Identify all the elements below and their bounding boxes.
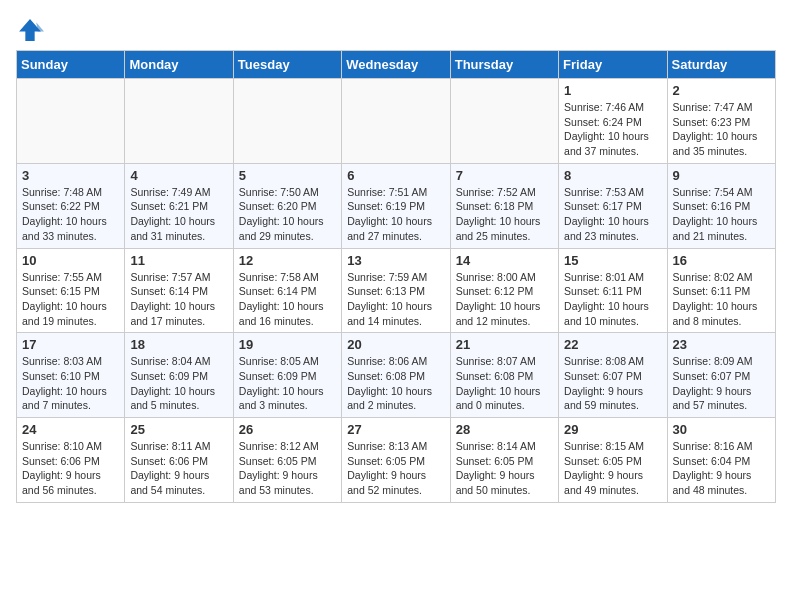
day-info: Sunrise: 7:50 AM Sunset: 6:20 PM Dayligh… <box>239 185 336 244</box>
day-number: 4 <box>130 168 227 183</box>
day-number: 10 <box>22 253 119 268</box>
calendar-cell: 25Sunrise: 8:11 AM Sunset: 6:06 PM Dayli… <box>125 418 233 503</box>
calendar-cell: 29Sunrise: 8:15 AM Sunset: 6:05 PM Dayli… <box>559 418 667 503</box>
calendar-table: SundayMondayTuesdayWednesdayThursdayFrid… <box>16 50 776 503</box>
day-info: Sunrise: 7:59 AM Sunset: 6:13 PM Dayligh… <box>347 270 444 329</box>
day-info: Sunrise: 8:06 AM Sunset: 6:08 PM Dayligh… <box>347 354 444 413</box>
day-info: Sunrise: 8:13 AM Sunset: 6:05 PM Dayligh… <box>347 439 444 498</box>
header <box>16 16 776 44</box>
calendar-cell: 6Sunrise: 7:51 AM Sunset: 6:19 PM Daylig… <box>342 163 450 248</box>
day-number: 15 <box>564 253 661 268</box>
day-number: 16 <box>673 253 770 268</box>
calendar-cell <box>17 79 125 164</box>
calendar-cell: 4Sunrise: 7:49 AM Sunset: 6:21 PM Daylig… <box>125 163 233 248</box>
day-number: 19 <box>239 337 336 352</box>
day-number: 14 <box>456 253 553 268</box>
day-info: Sunrise: 8:10 AM Sunset: 6:06 PM Dayligh… <box>22 439 119 498</box>
day-number: 20 <box>347 337 444 352</box>
calendar-cell <box>342 79 450 164</box>
logo-icon <box>16 16 44 44</box>
day-number: 28 <box>456 422 553 437</box>
calendar-cell: 9Sunrise: 7:54 AM Sunset: 6:16 PM Daylig… <box>667 163 775 248</box>
day-info: Sunrise: 8:12 AM Sunset: 6:05 PM Dayligh… <box>239 439 336 498</box>
calendar-cell: 22Sunrise: 8:08 AM Sunset: 6:07 PM Dayli… <box>559 333 667 418</box>
day-info: Sunrise: 7:46 AM Sunset: 6:24 PM Dayligh… <box>564 100 661 159</box>
calendar-cell <box>125 79 233 164</box>
weekday-header-thursday: Thursday <box>450 51 558 79</box>
day-info: Sunrise: 8:00 AM Sunset: 6:12 PM Dayligh… <box>456 270 553 329</box>
calendar-cell: 30Sunrise: 8:16 AM Sunset: 6:04 PM Dayli… <box>667 418 775 503</box>
day-info: Sunrise: 7:53 AM Sunset: 6:17 PM Dayligh… <box>564 185 661 244</box>
day-number: 17 <box>22 337 119 352</box>
day-info: Sunrise: 7:51 AM Sunset: 6:19 PM Dayligh… <box>347 185 444 244</box>
calendar-week-3: 10Sunrise: 7:55 AM Sunset: 6:15 PM Dayli… <box>17 248 776 333</box>
day-number: 8 <box>564 168 661 183</box>
calendar-week-4: 17Sunrise: 8:03 AM Sunset: 6:10 PM Dayli… <box>17 333 776 418</box>
day-info: Sunrise: 8:07 AM Sunset: 6:08 PM Dayligh… <box>456 354 553 413</box>
day-number: 24 <box>22 422 119 437</box>
day-info: Sunrise: 8:15 AM Sunset: 6:05 PM Dayligh… <box>564 439 661 498</box>
weekday-header-sunday: Sunday <box>17 51 125 79</box>
weekday-header-wednesday: Wednesday <box>342 51 450 79</box>
day-number: 27 <box>347 422 444 437</box>
calendar-cell: 28Sunrise: 8:14 AM Sunset: 6:05 PM Dayli… <box>450 418 558 503</box>
day-info: Sunrise: 7:54 AM Sunset: 6:16 PM Dayligh… <box>673 185 770 244</box>
day-number: 3 <box>22 168 119 183</box>
day-number: 23 <box>673 337 770 352</box>
calendar-cell: 19Sunrise: 8:05 AM Sunset: 6:09 PM Dayli… <box>233 333 341 418</box>
day-number: 6 <box>347 168 444 183</box>
calendar-cell: 27Sunrise: 8:13 AM Sunset: 6:05 PM Dayli… <box>342 418 450 503</box>
calendar-cell: 24Sunrise: 8:10 AM Sunset: 6:06 PM Dayli… <box>17 418 125 503</box>
day-number: 26 <box>239 422 336 437</box>
day-number: 18 <box>130 337 227 352</box>
calendar-cell: 16Sunrise: 8:02 AM Sunset: 6:11 PM Dayli… <box>667 248 775 333</box>
calendar-cell: 10Sunrise: 7:55 AM Sunset: 6:15 PM Dayli… <box>17 248 125 333</box>
day-info: Sunrise: 8:14 AM Sunset: 6:05 PM Dayligh… <box>456 439 553 498</box>
calendar-cell: 3Sunrise: 7:48 AM Sunset: 6:22 PM Daylig… <box>17 163 125 248</box>
weekday-header-saturday: Saturday <box>667 51 775 79</box>
calendar-header-row: SundayMondayTuesdayWednesdayThursdayFrid… <box>17 51 776 79</box>
calendar-cell: 18Sunrise: 8:04 AM Sunset: 6:09 PM Dayli… <box>125 333 233 418</box>
day-number: 1 <box>564 83 661 98</box>
calendar-cell: 11Sunrise: 7:57 AM Sunset: 6:14 PM Dayli… <box>125 248 233 333</box>
day-number: 22 <box>564 337 661 352</box>
day-number: 7 <box>456 168 553 183</box>
calendar-cell: 2Sunrise: 7:47 AM Sunset: 6:23 PM Daylig… <box>667 79 775 164</box>
day-number: 12 <box>239 253 336 268</box>
day-info: Sunrise: 7:47 AM Sunset: 6:23 PM Dayligh… <box>673 100 770 159</box>
day-number: 30 <box>673 422 770 437</box>
day-info: Sunrise: 7:48 AM Sunset: 6:22 PM Dayligh… <box>22 185 119 244</box>
calendar-cell <box>450 79 558 164</box>
calendar-cell: 26Sunrise: 8:12 AM Sunset: 6:05 PM Dayli… <box>233 418 341 503</box>
day-info: Sunrise: 7:58 AM Sunset: 6:14 PM Dayligh… <box>239 270 336 329</box>
day-number: 11 <box>130 253 227 268</box>
calendar-week-2: 3Sunrise: 7:48 AM Sunset: 6:22 PM Daylig… <box>17 163 776 248</box>
calendar-cell: 7Sunrise: 7:52 AM Sunset: 6:18 PM Daylig… <box>450 163 558 248</box>
day-info: Sunrise: 8:05 AM Sunset: 6:09 PM Dayligh… <box>239 354 336 413</box>
calendar-cell: 8Sunrise: 7:53 AM Sunset: 6:17 PM Daylig… <box>559 163 667 248</box>
weekday-header-tuesday: Tuesday <box>233 51 341 79</box>
day-info: Sunrise: 7:55 AM Sunset: 6:15 PM Dayligh… <box>22 270 119 329</box>
day-info: Sunrise: 7:49 AM Sunset: 6:21 PM Dayligh… <box>130 185 227 244</box>
weekday-header-friday: Friday <box>559 51 667 79</box>
weekday-header-monday: Monday <box>125 51 233 79</box>
calendar-cell: 5Sunrise: 7:50 AM Sunset: 6:20 PM Daylig… <box>233 163 341 248</box>
day-info: Sunrise: 8:03 AM Sunset: 6:10 PM Dayligh… <box>22 354 119 413</box>
day-info: Sunrise: 8:16 AM Sunset: 6:04 PM Dayligh… <box>673 439 770 498</box>
calendar-cell: 15Sunrise: 8:01 AM Sunset: 6:11 PM Dayli… <box>559 248 667 333</box>
day-info: Sunrise: 7:57 AM Sunset: 6:14 PM Dayligh… <box>130 270 227 329</box>
calendar-cell: 14Sunrise: 8:00 AM Sunset: 6:12 PM Dayli… <box>450 248 558 333</box>
calendar-cell: 13Sunrise: 7:59 AM Sunset: 6:13 PM Dayli… <box>342 248 450 333</box>
calendar-cell: 1Sunrise: 7:46 AM Sunset: 6:24 PM Daylig… <box>559 79 667 164</box>
day-number: 13 <box>347 253 444 268</box>
day-number: 9 <box>673 168 770 183</box>
calendar-cell: 17Sunrise: 8:03 AM Sunset: 6:10 PM Dayli… <box>17 333 125 418</box>
page-container: SundayMondayTuesdayWednesdayThursdayFrid… <box>0 0 792 511</box>
day-number: 29 <box>564 422 661 437</box>
day-info: Sunrise: 7:52 AM Sunset: 6:18 PM Dayligh… <box>456 185 553 244</box>
day-info: Sunrise: 8:04 AM Sunset: 6:09 PM Dayligh… <box>130 354 227 413</box>
day-number: 2 <box>673 83 770 98</box>
day-number: 21 <box>456 337 553 352</box>
calendar-week-1: 1Sunrise: 7:46 AM Sunset: 6:24 PM Daylig… <box>17 79 776 164</box>
logo <box>16 16 48 44</box>
